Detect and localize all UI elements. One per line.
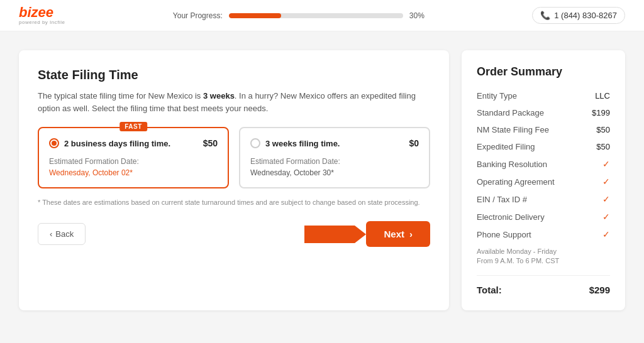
fast-badge: FAST [119,122,147,131]
option-standard-header: 3 weeks filing time. $0 [250,138,419,148]
label-operating: Operating Agreement [477,177,555,187]
progress-label: Your Progress: [173,11,223,20]
label-banking: Banking Resolution [477,160,547,169]
check-banking-icon: ✓ [602,159,610,169]
option-standard-header-left: 3 weeks filing time. [250,138,340,148]
back-chevron-icon: ‹ [50,229,52,239]
summary-row-phone: Phone Support ✓ [477,229,610,239]
filing-options: FAST 2 business days filing time. $50 Es… [38,127,430,188]
phone-number: 1 (844) 830-8267 [554,11,617,20]
next-label: Next [384,229,404,239]
value-expedited: $50 [596,142,610,151]
option-fast-date-label: Estimated Formation Date: [49,157,218,166]
radio-standard[interactable] [250,138,260,148]
option-fast-title: 2 business days filing time. [64,139,170,148]
label-ein: EIN / Tax ID # [477,195,527,204]
summary-divider [477,275,610,276]
label-phone: Phone Support [477,230,531,239]
summary-row-electronic: Electronic Delivery ✓ [477,212,610,222]
option-fast-header: 2 business days filing time. $50 [49,138,218,148]
value-standard-package: $199 [592,108,610,117]
option-fast-header-left: 2 business days filing time. [49,138,170,148]
desc-bold: 3 weeks [203,91,235,101]
progress-bar-fill [229,13,281,18]
summary-row-expedited: Expedited Filing $50 [477,142,610,151]
total-label: Total: [477,285,502,295]
phone-icon: 📞 [540,11,550,20]
value-entity-type: LLC [595,91,610,101]
radio-fast-inner [52,141,57,146]
next-wrapper: Next › [366,221,430,247]
label-entity-type: Entity Type [477,91,517,101]
next-chevron-icon: › [409,229,413,239]
order-summary-title: Order Summary [477,65,610,79]
summary-row-entity-type: Entity Type LLC [477,91,610,101]
progress-percentage: 30% [409,11,425,20]
summary-row-standard-package: Standard Package $199 [477,108,610,117]
order-summary-card: Order Summary Entity Type LLC Standard P… [462,50,625,310]
check-electronic-icon: ✓ [602,212,610,222]
label-state-fee: NM State Filing Fee [477,125,549,134]
summary-total-row: Total: $299 [477,285,610,295]
logo-text: bizee [19,6,65,19]
option-fast-date-value: Wednesday, October 02* [49,168,218,177]
option-standard-price: $0 [409,138,419,148]
back-button[interactable]: ‹ Back [38,223,86,245]
disclaimer-text: * These dates are estimations based on c… [38,199,430,206]
option-standard-date-label: Estimated Formation Date: [250,157,419,166]
next-button[interactable]: Next › [366,221,430,247]
label-standard-package: Standard Package [477,108,544,117]
back-label: Back [55,229,74,239]
phone-contact[interactable]: 📞 1 (844) 830-8267 [532,7,625,24]
filing-time-card: State Filing Time The typical state fili… [19,50,449,310]
radio-fast[interactable] [49,138,59,148]
option-fast-price: $50 [203,138,218,148]
arrow-pointer [304,226,366,243]
logo: bizee powered by Incfile [19,6,65,25]
filing-time-title: State Filing Time [38,68,430,82]
arrow-head [355,226,366,243]
logo-sub: powered by Incfile [19,19,65,25]
filing-option-fast[interactable]: FAST 2 business days filing time. $50 Es… [38,127,229,188]
desc-plain: The typical state filing time for New Me… [38,91,203,101]
summary-row-ein: EIN / Tax ID # ✓ [477,194,610,204]
check-phone-icon: ✓ [602,229,610,239]
filing-time-description: The typical state filing time for New Me… [38,90,430,114]
check-operating-icon: ✓ [602,177,610,187]
summary-row-state-fee: NM State Filing Fee $50 [477,125,610,134]
summary-row-operating: Operating Agreement ✓ [477,177,610,187]
option-standard-title: 3 weeks filing time. [265,139,340,148]
label-expedited: Expedited Filing [477,142,535,151]
phone-support-note: Available Monday - FridayFrom 9 A.M. To … [477,247,559,266]
main-content: State Filing Time The typical state fili… [0,31,644,329]
option-standard-date-value: Wednesday, October 30* [250,168,419,177]
check-ein-icon: ✓ [602,194,610,204]
filing-option-standard[interactable]: 3 weeks filing time. $0 Estimated Format… [239,127,430,188]
value-state-fee: $50 [596,125,610,134]
summary-row-banking: Banking Resolution ✓ [477,159,610,169]
header: bizee powered by Incfile Your Progress: … [0,0,644,31]
progress-area: Your Progress: 30% [173,11,425,20]
total-value: $299 [589,285,610,295]
button-row: ‹ Back Next › [38,221,430,247]
arrow-body [304,226,355,243]
label-electronic: Electronic Delivery [477,212,545,222]
progress-bar-background [229,13,403,18]
summary-row-phone-note: Available Monday - FridayFrom 9 A.M. To … [477,247,610,266]
